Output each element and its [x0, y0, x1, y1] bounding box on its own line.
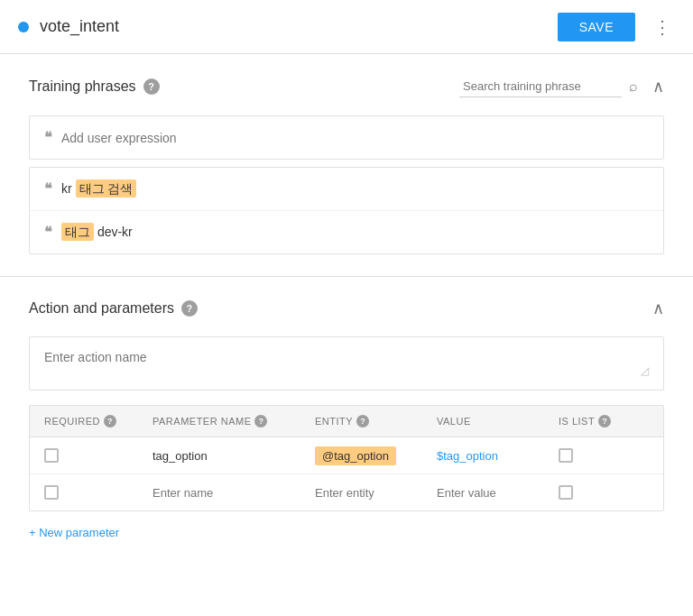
value-link-1[interactable]: $tag_option — [437, 449, 498, 463]
training-phrases-header: Training phrases ? ⌕ ∧ — [29, 76, 664, 97]
action-params-collapse-icon[interactable]: ∧ — [652, 299, 664, 318]
add-expression-input[interactable] — [61, 131, 649, 145]
action-params-title: Action and parameters — [29, 300, 174, 317]
save-button[interactable]: SAVE — [558, 13, 635, 41]
param-name-cell-1: tag_option — [152, 448, 315, 463]
col-value: VALUE — [437, 415, 559, 428]
phrase-row: ❝ 태그 dev-kr — [30, 211, 663, 253]
col-entity: ENTITY ? — [315, 415, 437, 428]
quote-icon-2: ❝ — [44, 224, 52, 241]
entity-input-2[interactable] — [315, 486, 437, 500]
entity-tag-1: @tag_option — [315, 446, 396, 465]
phrase-text-1: kr 태그 검색 — [61, 181, 136, 198]
value-cell-1: $tag_option — [437, 448, 559, 463]
entity-cell-1: @tag_option — [315, 448, 437, 463]
search-training-phrase-input[interactable] — [459, 76, 622, 97]
checkbox-is-list-2[interactable] — [559, 485, 573, 500]
tag-highlight-2: 태그 — [61, 223, 94, 241]
action-params-header: Action and parameters ? ∧ — [29, 299, 664, 318]
checkbox-is-list-1[interactable] — [559, 448, 573, 463]
collapse-icon[interactable]: ∧ — [652, 77, 664, 97]
new-parameter-link[interactable]: + New parameter — [29, 511, 664, 539]
value-input-2[interactable] — [437, 486, 559, 500]
add-expression-box: ❝ — [29, 115, 664, 160]
resize-handle: ◿ — [641, 364, 649, 377]
col-param-name: PARAMETER NAME ? — [152, 415, 315, 428]
training-phrases-title-group: Training phrases ? — [29, 78, 160, 95]
training-phrases-title: Training phrases — [29, 78, 136, 95]
quote-icon-add: ❝ — [44, 129, 52, 146]
action-params-section: Action and parameters ? ∧ ◿ REQUIRED ? P… — [0, 277, 693, 561]
is-list-help-icon[interactable]: ? — [598, 415, 611, 428]
new-param-label: + New parameter — [29, 526, 119, 539]
required-help-icon[interactable]: ? — [104, 415, 116, 428]
is-list-cell-2 — [559, 485, 649, 500]
quote-icon-1: ❝ — [44, 180, 52, 198]
param-name-cell-2 — [152, 485, 315, 500]
col-is-list: IS LIST ? — [559, 415, 649, 428]
entity-help-icon[interactable]: ? — [356, 415, 369, 428]
params-table-header: REQUIRED ? PARAMETER NAME ? ENTITY ? VAL… — [30, 406, 663, 437]
checkbox-required-1[interactable] — [44, 448, 59, 463]
value-cell-2 — [437, 485, 559, 500]
status-dot — [18, 22, 29, 32]
phrases-list: ❝ kr 태그 검색 ❝ 태그 dev-kr — [29, 167, 664, 254]
phrase-row: ❝ kr 태그 검색 — [30, 168, 663, 211]
parameters-table: REQUIRED ? PARAMETER NAME ? ENTITY ? VAL… — [29, 405, 664, 511]
param-name-value-1: tag_option — [152, 449, 208, 463]
action-params-title-group: Action and parameters ? — [29, 300, 198, 317]
required-checkbox-1[interactable] — [44, 448, 152, 463]
param-name-input-2[interactable] — [152, 486, 315, 500]
tag-highlight-1: 태그 검색 — [76, 179, 137, 198]
more-icon[interactable]: ⋮ — [650, 13, 675, 41]
action-name-input[interactable] — [44, 350, 641, 364]
intent-title: vote_intent — [40, 17, 558, 36]
search-icon[interactable]: ⌕ — [629, 78, 638, 95]
app-header: vote_intent SAVE ⋮ — [0, 0, 693, 54]
checkbox-required-2[interactable] — [44, 485, 59, 500]
table-row — [30, 474, 663, 510]
training-phrases-help-icon[interactable]: ? — [143, 78, 160, 95]
phrase-text-2: 태그 dev-kr — [61, 225, 133, 241]
entity-cell-2 — [315, 485, 437, 500]
training-phrases-controls: ⌕ ∧ — [459, 76, 664, 97]
is-list-cell-1 — [559, 448, 649, 463]
required-checkbox-2[interactable] — [44, 485, 152, 500]
training-phrases-section: Training phrases ? ⌕ ∧ ❝ ❝ kr 태그 검색 ❝ 태그… — [0, 54, 693, 277]
col-required: REQUIRED ? — [44, 415, 152, 428]
table-row: tag_option @tag_option $tag_option — [30, 437, 663, 474]
action-params-help-icon[interactable]: ? — [181, 300, 198, 317]
param-name-help-icon[interactable]: ? — [254, 415, 267, 428]
action-name-box: ◿ — [29, 336, 664, 391]
